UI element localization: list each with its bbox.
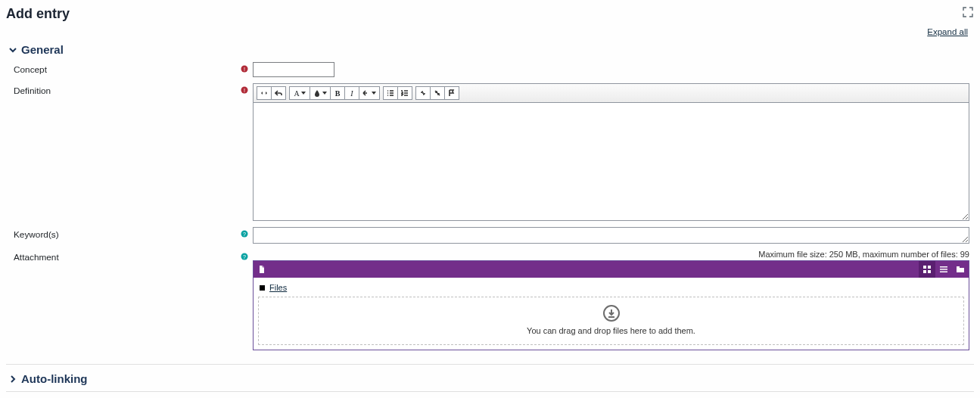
svg-rect-17 xyxy=(940,272,947,273)
toolbar-more[interactable] xyxy=(359,86,380,100)
toolbar-link-icon[interactable] xyxy=(415,86,431,100)
file-dropzone[interactable]: You can drag and drop files here to add … xyxy=(258,297,964,345)
label-attachment: Attachment xyxy=(14,250,241,263)
concept-input[interactable] xyxy=(253,62,334,77)
svg-point-4 xyxy=(387,90,389,92)
chevron-down-icon xyxy=(9,46,17,54)
row-attachment: Attachment ? Maximum file size: 250 MB, … xyxy=(6,248,974,355)
row-concept: Concept ! xyxy=(6,61,974,82)
svg-text:?: ? xyxy=(243,254,246,260)
toolbar-font-color[interactable] xyxy=(310,86,331,100)
expand-all-link[interactable]: Expand all xyxy=(927,27,968,36)
view-icons-icon[interactable] xyxy=(919,261,935,278)
toolbar-ol-icon[interactable] xyxy=(397,86,412,100)
header-row: Add entry xyxy=(6,6,974,22)
svg-rect-13 xyxy=(923,270,926,273)
toolbar-undo-icon[interactable] xyxy=(271,86,286,100)
view-tree-icon[interactable] xyxy=(952,261,969,278)
label-concept: Concept xyxy=(14,62,241,75)
row-definition: Definition ! A B xyxy=(6,82,974,225)
keywords-textarea[interactable] xyxy=(253,227,969,244)
fullscreen-icon[interactable] xyxy=(962,6,974,18)
chevron-right-icon xyxy=(9,375,17,383)
svg-rect-12 xyxy=(928,266,931,269)
download-icon xyxy=(603,305,620,322)
label-definition: Definition xyxy=(14,83,241,96)
help-icon[interactable]: ? xyxy=(241,253,248,260)
section-toggle-general[interactable]: General xyxy=(6,40,974,59)
breadcrumb-files-link[interactable]: Files xyxy=(269,283,287,292)
file-manager: Files You can drag and drop files here t… xyxy=(253,260,969,350)
expand-all-row: Expand all xyxy=(6,25,974,40)
svg-text:!: ! xyxy=(244,67,245,72)
toolbar-flag-icon[interactable] xyxy=(444,86,459,100)
svg-text:?: ? xyxy=(243,232,246,237)
view-list-icon[interactable] xyxy=(935,261,952,278)
breadcrumb-root-icon xyxy=(260,285,265,291)
svg-rect-15 xyxy=(940,266,947,268)
add-file-icon[interactable] xyxy=(254,261,270,278)
required-icon: ! xyxy=(241,86,248,94)
file-breadcrumb: Files xyxy=(258,281,964,297)
toolbar-font-size[interactable]: A xyxy=(289,86,310,100)
section-body-general: Concept ! Definition ! xyxy=(6,59,974,365)
file-manager-toolbar xyxy=(254,261,969,278)
section-title-autolinking: Auto-linking xyxy=(21,372,87,385)
toolbar-unlink-icon[interactable] xyxy=(430,86,445,100)
svg-rect-16 xyxy=(940,269,947,270)
svg-text:!: ! xyxy=(244,88,245,93)
section-title-general: General xyxy=(21,43,64,56)
file-manager-body: Files You can drag and drop files here t… xyxy=(254,278,969,350)
label-keywords: Keyword(s) xyxy=(14,227,241,240)
svg-point-5 xyxy=(387,92,389,94)
row-keywords: Keyword(s) ? xyxy=(6,225,974,248)
svg-rect-14 xyxy=(928,270,931,273)
toolbar-bold[interactable]: B xyxy=(330,86,345,100)
definition-textarea[interactable] xyxy=(254,103,969,220)
svg-rect-11 xyxy=(923,266,926,269)
required-icon: ! xyxy=(241,65,248,73)
definition-editor: A B I xyxy=(253,83,969,221)
section-toggle-autolinking[interactable]: Auto-linking xyxy=(6,369,974,392)
toolbar-expand-icon[interactable] xyxy=(257,86,272,100)
help-icon[interactable]: ? xyxy=(241,230,248,238)
dropzone-text: You can drag and drop files here to add … xyxy=(527,326,695,335)
page-title: Add entry xyxy=(6,6,70,22)
attachment-info: Maximum file size: 250 MB, maximum numbe… xyxy=(253,250,969,260)
svg-point-6 xyxy=(387,95,389,96)
editor-toolbar: A B I xyxy=(254,84,969,103)
form-container: Add entry Expand all General Concept ! xyxy=(0,0,980,398)
toolbar-ul-icon[interactable] xyxy=(383,86,398,100)
toolbar-italic[interactable]: I xyxy=(344,86,359,100)
